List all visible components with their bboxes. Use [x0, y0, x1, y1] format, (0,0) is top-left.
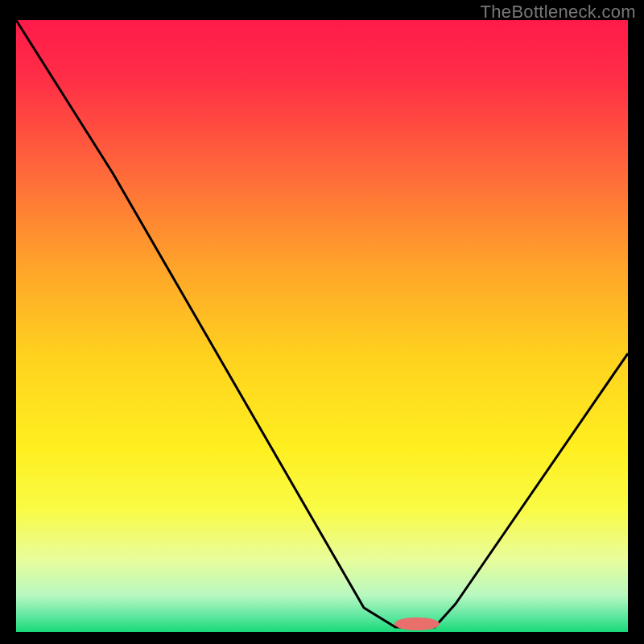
bottleneck-chart [16, 20, 628, 632]
plot-background [16, 20, 628, 632]
chart-container: TheBottleneck.com [0, 0, 644, 644]
optimum-marker [394, 617, 440, 630]
